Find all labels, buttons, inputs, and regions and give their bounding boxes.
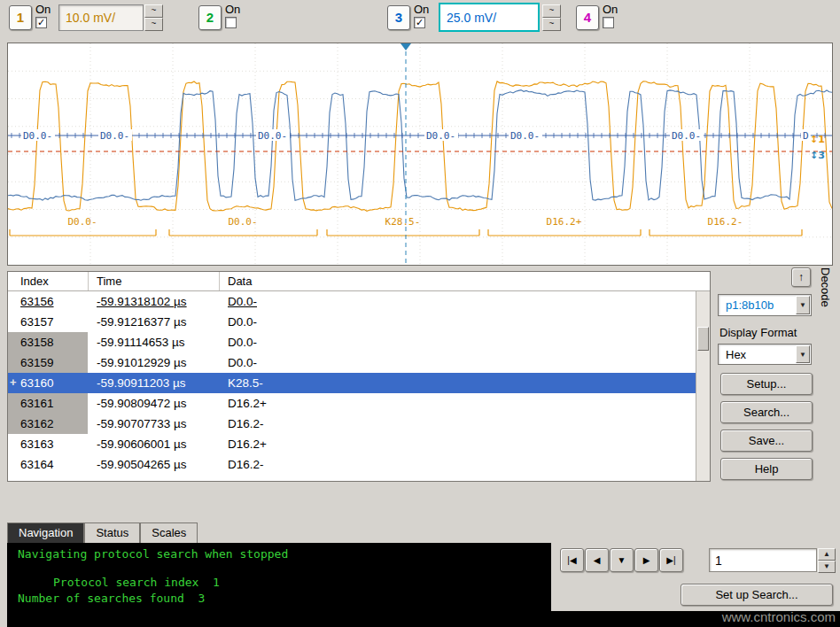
cell-data[interactable]: D0.0- xyxy=(228,356,257,369)
triangle-down-icon[interactable]: ▼ xyxy=(818,561,836,573)
sine-up-icon[interactable]: ~ xyxy=(144,4,163,18)
search-index-input[interactable] xyxy=(709,548,817,572)
sine-down-icon[interactable]: ~ xyxy=(542,18,561,31)
chevron-down-icon[interactable]: ▼ xyxy=(796,345,810,363)
svg-text:D0.0-: D0.0- xyxy=(100,130,129,142)
listing-row[interactable]: 63157-59.91216377 µsD0.0- xyxy=(8,312,696,332)
cell-time[interactable]: -59.90606001 µs xyxy=(97,437,187,451)
collapse-panel-button[interactable]: ↑ xyxy=(791,267,811,287)
column-divider xyxy=(88,272,89,290)
listing-row[interactable]: 63160-59.90911203 µsK28.5-+ xyxy=(8,373,696,393)
cell-index[interactable]: 63164 xyxy=(8,454,88,475)
channel-3-scale-spinner[interactable]: ~ ~ xyxy=(542,4,561,31)
svg-text:D16.2+: D16.2+ xyxy=(547,216,582,228)
setup-search-button[interactable]: Set up Search... xyxy=(681,584,833,606)
listing-row[interactable]: 63163-59.90606001 µsD16.2+ xyxy=(8,434,696,454)
channel-3-scale-field[interactable]: 25.0 mV/ xyxy=(439,3,540,32)
listing-row[interactable]: 63164-59.90504265 µsD16.2- xyxy=(8,454,696,475)
channel-1-checkbox[interactable]: ✓ xyxy=(35,17,47,28)
svg-text:D0.0-: D0.0- xyxy=(510,130,540,142)
search-index-spinner[interactable]: ▲ ▼ xyxy=(818,548,836,572)
listing-row[interactable]: 63161-59.90809472 µsD16.2+ xyxy=(8,393,696,414)
channel-3-checkbox[interactable]: ✓ xyxy=(414,17,425,28)
display-format-label: Display Format xyxy=(719,326,797,339)
waveform-display[interactable]: D0.0-D0.0-D0.0-D0.0-D0.0-D0.0-DD0.0-D0.0… xyxy=(7,43,833,266)
listing-body[interactable]: 63156-59.91318102 µsD0.0-63157-59.912163… xyxy=(8,291,696,481)
scrollbar-thumb[interactable] xyxy=(697,327,709,351)
cell-index[interactable]: 63162 xyxy=(8,414,88,434)
tab-navigation[interactable]: Navigation xyxy=(7,522,84,543)
previous-result-button[interactable]: ◀ xyxy=(585,548,609,572)
next-result-button[interactable]: ▶ xyxy=(634,548,658,572)
tab-status[interactable]: Status xyxy=(84,522,140,543)
stop-navigation-button[interactable]: ▼ xyxy=(610,548,634,572)
cell-time[interactable]: -59.90911203 µs xyxy=(97,376,186,390)
cell-index[interactable]: 63161 xyxy=(8,393,88,414)
cell-index[interactable]: 63159 xyxy=(8,352,88,373)
cell-time[interactable]: -59.91216377 µs xyxy=(97,315,187,329)
channel-2-checkbox[interactable] xyxy=(225,17,237,28)
cell-index[interactable]: 63163 xyxy=(8,434,88,454)
first-result-button[interactable]: |◀ xyxy=(560,548,584,572)
chevron-down-icon[interactable]: ▼ xyxy=(796,296,810,314)
cell-time[interactable]: -59.91318102 µs xyxy=(97,295,187,308)
cell-time[interactable]: -59.90809472 µs xyxy=(97,397,187,410)
decode-source-value: p1:8b10b xyxy=(726,298,774,312)
cell-data[interactable]: K28.5- xyxy=(228,376,263,390)
cell-time[interactable]: -59.91114653 µs xyxy=(97,336,185,349)
display-format-value: Hex xyxy=(726,348,746,361)
cell-time[interactable]: -59.91012929 µs xyxy=(97,356,187,369)
cell-data[interactable]: D16.2- xyxy=(228,417,264,430)
listing-row[interactable]: 63156-59.91318102 µsD0.0- xyxy=(8,291,696,312)
channel-4-button[interactable]: 4 xyxy=(576,5,599,30)
listing-cursor-icon: + xyxy=(10,375,17,389)
svg-text:↕1: ↕1 xyxy=(810,134,825,145)
channel-1-scale-value: 10.0 mV/ xyxy=(66,11,115,25)
cell-data[interactable]: D0.0- xyxy=(228,336,257,349)
cell-data[interactable]: D16.2- xyxy=(228,458,264,471)
cell-data[interactable]: D16.2+ xyxy=(228,397,267,410)
save-button[interactable]: Save... xyxy=(720,430,813,452)
cell-index[interactable]: 63160 xyxy=(8,373,88,393)
listing-row[interactable]: 63162-59.90707733 µsD16.2- xyxy=(8,414,696,434)
decode-panel-title: Decode xyxy=(819,267,832,307)
cell-data[interactable]: D0.0- xyxy=(228,295,257,308)
listing-row[interactable]: 63158-59.91114653 µsD0.0- xyxy=(8,332,696,352)
cell-time[interactable]: -59.90504265 µs xyxy=(97,458,187,471)
channel-4-checkbox[interactable] xyxy=(603,17,614,28)
sine-down-icon[interactable]: ~ xyxy=(144,18,163,31)
triangle-up-icon[interactable]: ▲ xyxy=(818,548,836,561)
channel-3-scale-value: 25.0 mV/ xyxy=(447,11,496,25)
channel-1-button[interactable]: 1 xyxy=(9,5,32,30)
decode-listing[interactable]: Index Time Data 63156-59.91318102 µsD0.0… xyxy=(7,271,711,482)
listing-row[interactable]: 63159-59.91012929 µsD0.0- xyxy=(8,352,696,373)
search-button[interactable]: Search... xyxy=(720,401,813,423)
console-line-3: Number of searches found 3 xyxy=(18,592,205,605)
channel-3-on-label: On xyxy=(414,3,429,16)
cell-index[interactable]: 63156 xyxy=(8,291,88,312)
listing-scrollbar[interactable] xyxy=(696,291,710,481)
svg-text:D16.2-: D16.2- xyxy=(708,216,743,228)
channel-3-button[interactable]: 3 xyxy=(387,5,410,30)
channel-1-scale-spinner[interactable]: ~ ~ xyxy=(144,4,163,31)
channel-2-button[interactable]: 2 xyxy=(198,5,222,30)
watermark: www.cntronics.com xyxy=(722,609,836,624)
search-navigation-panel: |◀ ◀ ▼ ▶ ▶| ▲ ▼ Set up Search... xyxy=(551,543,840,611)
decode-source-dropdown[interactable]: p1:8b10b ▼ xyxy=(718,294,812,316)
last-result-button[interactable]: ▶| xyxy=(659,548,683,572)
status-console: Navigating protocol search when stopped … xyxy=(7,543,840,627)
cell-data[interactable]: D0.0- xyxy=(228,315,257,329)
cell-index[interactable]: 63158 xyxy=(8,332,88,352)
display-format-dropdown[interactable]: Hex ▼ xyxy=(718,344,812,365)
cell-index[interactable]: 63157 xyxy=(8,312,88,332)
cell-data[interactable]: D16.2+ xyxy=(228,437,267,451)
help-button[interactable]: Help xyxy=(720,458,813,480)
svg-text:D0.0-: D0.0- xyxy=(258,130,287,142)
column-header-time: Time xyxy=(97,275,121,288)
channel-1-scale-field[interactable]: 10.0 mV/ xyxy=(58,4,144,31)
cell-time[interactable]: -59.90707733 µs xyxy=(97,417,187,430)
setup-button[interactable]: Setup... xyxy=(720,373,813,395)
oscilloscope-app: 1 On ✓ 10.0 mV/ ~ ~ 2 On 3 On ✓ 25.0 mV/… xyxy=(0,0,840,627)
sine-up-icon[interactable]: ~ xyxy=(542,4,561,18)
tab-scales[interactable]: Scales xyxy=(140,522,198,543)
